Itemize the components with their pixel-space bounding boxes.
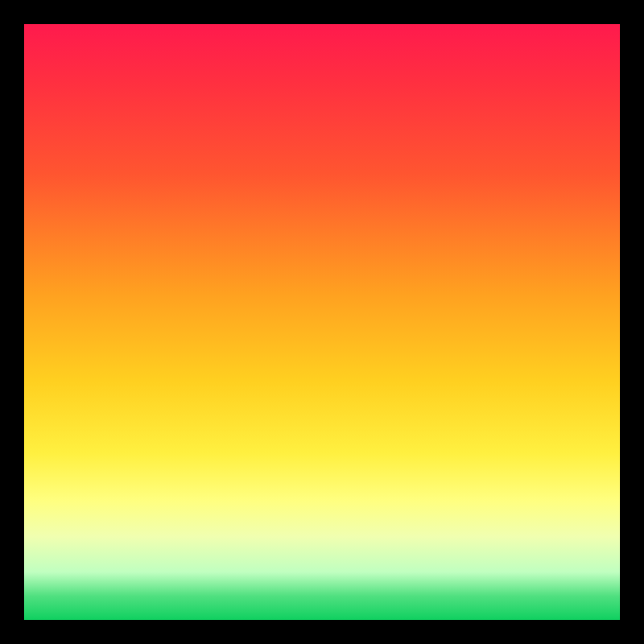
- bottleneck-curve: [24, 24, 620, 620]
- chart-container: [0, 0, 644, 644]
- plot-area: [24, 24, 620, 620]
